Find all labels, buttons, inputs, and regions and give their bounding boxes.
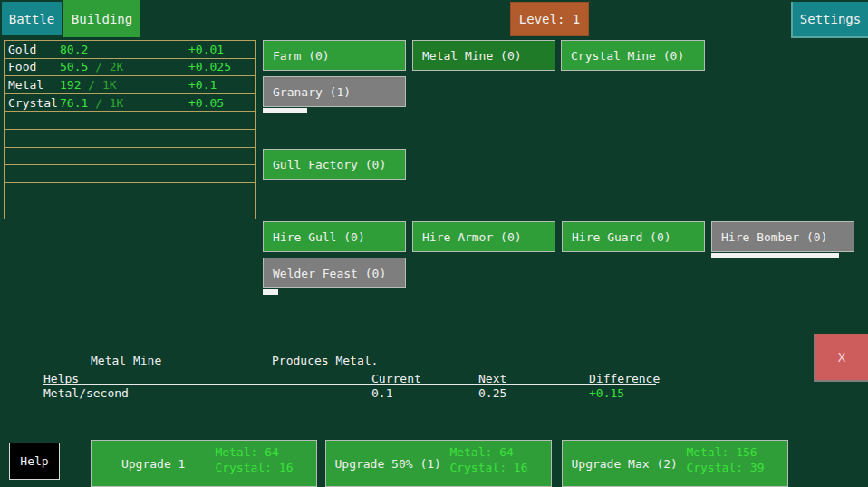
info-panel-description: Produces Metal. xyxy=(272,354,378,367)
welder-feast-progress-bar xyxy=(263,289,406,295)
resource-rate: +0.05 xyxy=(188,96,224,110)
upgrade-50pct-label: Upgrade 50% (1) xyxy=(326,441,449,486)
farm-button[interactable]: Farm (0) xyxy=(263,40,406,71)
upgrade-50pct-crystal-cost: Crystal: 16 xyxy=(449,460,551,475)
upgrade-1-crystal-cost: Crystal: 16 xyxy=(215,460,316,475)
resource-rate: +0.025 xyxy=(188,60,231,73)
welder-feast-progress-fill xyxy=(263,289,278,295)
hire-bomber-button-label: Hire Bomber (0) xyxy=(721,230,827,244)
resource-row-empty xyxy=(5,200,255,219)
tab-battle[interactable]: Battle xyxy=(2,2,62,35)
resource-row-metal: Metal 192 / 1K +0.1 xyxy=(5,76,255,94)
hire-guard-button[interactable]: Hire Guard (0) xyxy=(562,221,705,252)
help-button[interactable]: Help xyxy=(9,443,60,480)
settings-button[interactable]: Settings xyxy=(791,2,868,38)
resource-amount: 192 xyxy=(60,78,81,92)
granary-progress-fill xyxy=(263,108,307,113)
resource-row-gold: Gold 80.2 +0.01 xyxy=(5,41,255,59)
hire-gull-button[interactable]: Hire Gull (0) xyxy=(263,221,406,252)
settings-label: Settings xyxy=(800,12,861,26)
tab-building[interactable]: Building xyxy=(63,0,140,37)
tab-battle-label: Battle xyxy=(9,12,55,26)
metal-mine-button[interactable]: Metal Mine (0) xyxy=(412,40,555,71)
resource-name: Food xyxy=(8,60,36,73)
resource-row-empty xyxy=(5,130,255,148)
resource-row-empty xyxy=(5,148,255,166)
upgrade-1-metal-cost: Metal: 64 xyxy=(215,444,316,460)
resource-rate: +0.01 xyxy=(188,43,224,56)
info-table-divider xyxy=(43,384,656,385)
upgrade-1-button[interactable]: Upgrade 1 Metal: 64 Crystal: 16 xyxy=(91,440,317,487)
resource-table: Gold 80.2 +0.01 Food 50.5 / 2K +0.025 Me… xyxy=(4,40,256,219)
metal-mine-button-label: Metal Mine (0) xyxy=(422,49,522,63)
resource-name: Gold xyxy=(8,43,36,56)
resource-cap: / 1K xyxy=(88,96,123,110)
info-stat-name: Metal/second xyxy=(43,386,129,400)
hire-bomber-progress-fill xyxy=(711,253,839,258)
resource-row-empty xyxy=(5,112,255,130)
resource-amount: 76.1 xyxy=(60,96,88,110)
gull-factory-button[interactable]: Gull Factory (0) xyxy=(263,149,406,180)
resource-amount: 50.5 xyxy=(60,60,88,73)
game-screen: Battle Building Level: 1 Settings Gold 8… xyxy=(0,0,868,487)
resource-amount: 80.2 xyxy=(60,43,88,56)
upgrade-max-button[interactable]: Upgrade Max (2) Metal: 156 Crystal: 39 xyxy=(562,440,788,487)
granary-progress-bar xyxy=(263,108,406,113)
upgrade-1-label: Upgrade 1 xyxy=(92,441,215,486)
upgrade-max-label: Upgrade Max (2) xyxy=(563,441,686,486)
resource-rate: +0.1 xyxy=(188,78,217,92)
upgrade-50pct-metal-cost: Metal: 64 xyxy=(449,444,551,460)
welder-feast-button-label: Welder Feast (0) xyxy=(273,267,386,280)
hire-gull-button-label: Hire Gull (0) xyxy=(273,230,365,244)
info-stat-difference: +0.15 xyxy=(589,386,624,400)
resource-name: Metal xyxy=(8,78,43,92)
resource-cap: / 2K xyxy=(88,60,123,73)
level-label: Level: 1 xyxy=(519,12,580,26)
info-panel-title: Metal Mine xyxy=(91,354,161,367)
granary-button[interactable]: Granary (1) xyxy=(263,76,406,107)
hire-armor-button[interactable]: Hire Armor (0) xyxy=(412,221,555,252)
tab-building-label: Building xyxy=(72,12,132,26)
upgrade-max-metal-cost: Metal: 156 xyxy=(686,444,787,460)
upgrade-50pct-button[interactable]: Upgrade 50% (1) Metal: 64 Crystal: 16 xyxy=(325,440,552,487)
resource-row-empty xyxy=(5,183,255,201)
level-indicator[interactable]: Level: 1 xyxy=(510,2,589,36)
resource-row-food: Food 50.5 / 2K +0.025 xyxy=(5,59,255,77)
crystal-mine-button[interactable]: Crystal Mine (0) xyxy=(561,40,705,71)
close-info-button[interactable]: X xyxy=(814,334,868,382)
info-stat-next: 0.25 xyxy=(478,386,506,400)
resource-name: Crystal xyxy=(8,96,58,110)
info-stat-current: 0.1 xyxy=(371,386,392,400)
resource-cap: / 1K xyxy=(81,78,116,92)
hire-guard-button-label: Hire Guard (0) xyxy=(572,230,671,244)
resource-row-crystal: Crystal 76.1 / 1K +0.05 xyxy=(5,94,255,112)
hire-armor-button-label: Hire Armor (0) xyxy=(422,230,522,244)
upgrade-max-crystal-cost: Crystal: 39 xyxy=(686,460,787,475)
gull-factory-button-label: Gull Factory (0) xyxy=(273,158,386,171)
hire-bomber-button[interactable]: Hire Bomber (0) xyxy=(711,221,854,252)
help-button-label: Help xyxy=(20,454,48,468)
granary-button-label: Granary (1) xyxy=(273,85,351,99)
welder-feast-button[interactable]: Welder Feast (0) xyxy=(263,258,406,288)
farm-button-label: Farm (0) xyxy=(273,49,330,63)
close-icon: X xyxy=(838,350,845,365)
resource-row-empty xyxy=(5,165,255,183)
hire-bomber-progress-bar xyxy=(711,253,854,258)
crystal-mine-button-label: Crystal Mine (0) xyxy=(571,49,684,63)
